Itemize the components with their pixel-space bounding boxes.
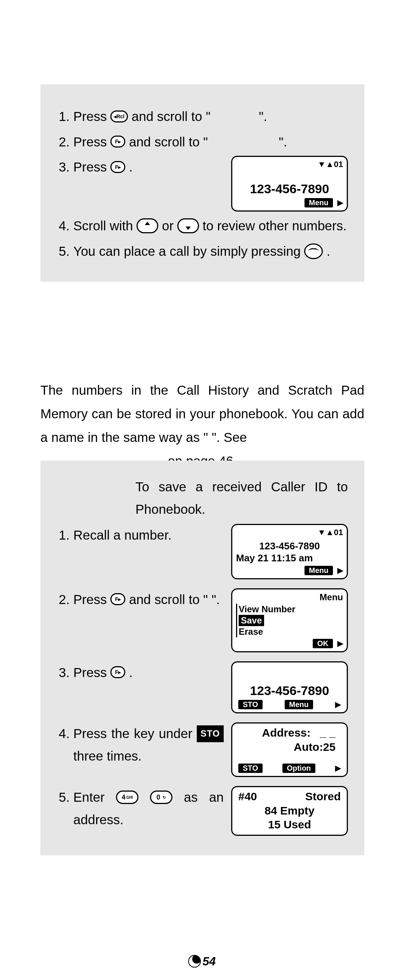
b2-step-5: Enter 4GHI 0 ↻ as an address. #40 Stored — [73, 786, 348, 836]
lcd2-date: May 21 11:15 am — [236, 552, 343, 564]
b2-step-5-text-a: Enter — [73, 790, 116, 804]
step-2-text-b: and scroll to " — [129, 134, 208, 149]
lcd3-title: Menu — [236, 592, 343, 603]
step-3: Press F▸ . ▼▲01 123-456-7890 Menu ▶ — [73, 156, 348, 212]
f-key-icon: F▸ — [110, 593, 125, 605]
step-2-text-c: ". — [279, 134, 287, 149]
step-5: You can place a call by simply pressing … — [73, 240, 348, 262]
right-arrow-icon: ▶ — [337, 198, 343, 207]
step-list-2: Recall a number. ▼▲01 123-456-7890 May 2… — [57, 524, 348, 836]
b2-step-3-text-b: . — [129, 665, 133, 680]
lcd4-softkey-sto: STO — [238, 700, 263, 709]
step-list-1: Press ◂Rcl and scroll to " ". Press F▸ a… — [57, 105, 348, 262]
instruction-block-1: Press ◂Rcl and scroll to " ". Press F▸ a… — [40, 84, 364, 282]
instruction-block-2: To save a received Caller ID to Phoneboo… — [40, 461, 364, 855]
b2-step-1-text: Recall a number. — [73, 528, 172, 542]
key-0-sub: ↻ — [163, 795, 166, 800]
step-4: Scroll with or to review other numbers. — [73, 215, 348, 237]
lcd-number: 123-456-7890 — [236, 181, 343, 197]
lcd3-softkey-ok: OK — [313, 639, 333, 648]
page-logo-icon — [188, 955, 201, 968]
f-key-icon: F▸ — [110, 135, 125, 148]
key-4-icon: 4GHI — [116, 791, 138, 804]
lcd-screen-3: Menu View Number Save Erase OK ▶ — [231, 588, 348, 652]
lcd4-softkey-menu: Menu — [285, 700, 313, 709]
lcd5-auto: Auto:25 — [236, 740, 343, 754]
lcd-screen-6: #40 Stored 84 Empty 15 Used — [231, 786, 348, 836]
step-1-text-c: ". — [259, 109, 267, 124]
lcd6-stored: Stored — [305, 789, 341, 803]
step-2: Press F▸ and scroll to " ". — [73, 131, 348, 153]
rcl-key-icon: ◂Rcl — [110, 110, 128, 123]
lcd-indicator: ▼▲01 — [236, 159, 343, 170]
step-4-text-a: Scroll with — [73, 218, 136, 233]
step-4-text-b: or — [162, 218, 177, 233]
key-4-digit: 4 — [122, 794, 125, 801]
block2-lead: To save a received Caller ID to Phoneboo… — [57, 476, 348, 520]
step-1-text-b: and scroll to " — [131, 109, 211, 124]
step-5-text-b: . — [326, 244, 330, 258]
lcd3-opt2: Save — [239, 615, 264, 626]
lcd6-empty: 84 Empty — [236, 803, 343, 818]
page-number: 54 — [0, 955, 404, 969]
key-0-icon: 0 ↻ — [150, 791, 173, 804]
right-arrow-icon: ▶ — [335, 764, 341, 773]
lcd3-menu: View Number Save Erase — [236, 604, 343, 637]
b2-step-3: Press F▸ . 123-456-7890 STO Menu ▶ — [73, 661, 348, 714]
right-arrow-icon: ▶ — [337, 639, 343, 648]
step-3-text-a: Press — [73, 159, 110, 174]
lcd-softkey-menu: Menu — [304, 198, 333, 207]
lcd5-softkey-option: Option — [282, 764, 315, 773]
step-1: Press ◂Rcl and scroll to " ". — [73, 105, 348, 128]
lcd3-opt1: View Number — [239, 604, 343, 615]
lcd6-hash: #40 — [238, 789, 257, 803]
lcd2-number: 123-456-7890 — [236, 540, 343, 552]
lcd5-addr-label: Address: — [262, 727, 311, 739]
lcd6-used: 15 Used — [236, 818, 343, 832]
up-key-icon — [136, 218, 158, 233]
lcd-screen-2: ▼▲01 123-456-7890 May 21 11:15 am Menu ▶ — [231, 524, 348, 579]
b2-step-3-text-a: Press — [73, 665, 110, 680]
right-arrow-icon: ▶ — [337, 566, 343, 575]
step-5-text-a: You can place a call by simply pressing — [73, 244, 304, 258]
b2-step-4-text-b: three times. — [73, 749, 142, 763]
lcd2-softkey-menu: Menu — [304, 566, 333, 575]
lcd-screen-4: 123-456-7890 STO Menu ▶ — [231, 661, 348, 714]
f-key-icon: F▸ — [110, 161, 125, 173]
down-key-icon — [177, 218, 199, 233]
lcd3-opt3: Erase — [239, 626, 343, 637]
intro-p1: The numbers in the Call History and Scra… — [40, 378, 364, 449]
lcd5-softkey-sto: STO — [238, 764, 263, 773]
b2-step-2: Press F▸ and scroll to " ". Menu View Nu… — [73, 588, 348, 652]
manual-page: Press ◂Rcl and scroll to " ". Press F▸ a… — [0, 0, 404, 980]
b2-step-4: Press the key under STO three times. Add… — [73, 722, 348, 777]
b2-step-2-text-a: Press — [73, 592, 110, 607]
lcd2-indicator: ▼▲01 — [236, 527, 343, 538]
lcd-screen-1: ▼▲01 123-456-7890 Menu ▶ — [231, 156, 348, 212]
lcd5-addr-blank: _ _ — [320, 727, 336, 739]
step-1-text-a: Press — [73, 109, 110, 124]
lcd-screen-5: Address: _ _ Auto:25 STO Option ▶ — [231, 722, 348, 777]
page-number-value: 54 — [202, 955, 216, 968]
b2-step-2-text-b: and scroll to " ". — [129, 592, 220, 607]
b2-step-1: Recall a number. ▼▲01 123-456-7890 May 2… — [73, 524, 348, 579]
sto-label-icon: STO — [197, 725, 224, 742]
key-4-sub: GHI — [126, 795, 133, 800]
step-3-text-b: . — [129, 159, 133, 174]
call-key-icon — [304, 243, 323, 259]
step-2-text-a: Press — [73, 134, 110, 149]
f-key-icon: F▸ — [110, 666, 125, 678]
right-arrow-icon: ▶ — [335, 700, 341, 709]
intro-paragraph: The numbers in the Call History and Scra… — [40, 378, 364, 473]
step-4-text-c: to review other numbers. — [203, 218, 347, 233]
b2-step-4-text-a: Press the key under — [73, 726, 197, 741]
key-0-digit: 0 — [156, 794, 160, 801]
lcd4-number: 123-456-7890 — [236, 682, 343, 699]
